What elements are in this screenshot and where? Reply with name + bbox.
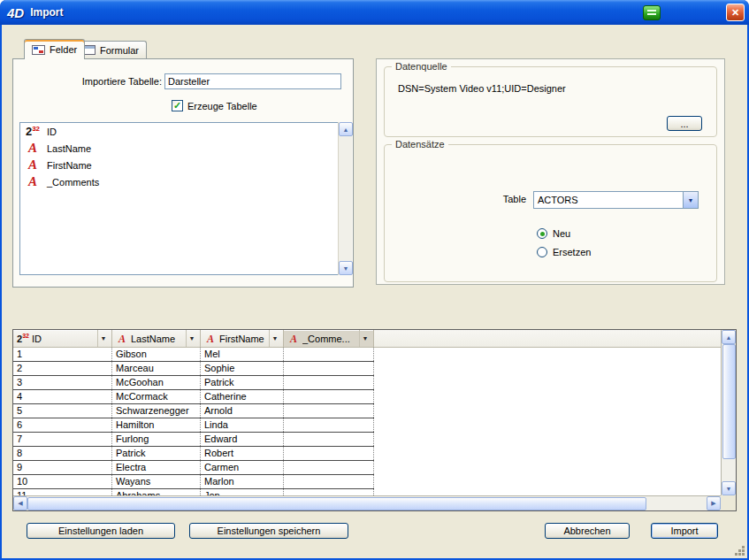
grid-row[interactable]: 8PatrickRobert — [13, 447, 374, 461]
grid-row[interactable]: 6HamiltonLinda — [13, 418, 374, 433]
grid-horizontal-scrollbar[interactable] — [13, 495, 721, 510]
save-settings-button[interactable]: Einstellungen speichern — [189, 523, 348, 539]
grid-cell[interactable] — [284, 461, 374, 474]
grid-cell[interactable]: Mel — [201, 348, 284, 361]
grid-row[interactable]: 7FurlongEdward — [13, 433, 374, 447]
field-list-item[interactable]: 232ID — [20, 123, 351, 140]
grid-cell[interactable] — [284, 390, 374, 403]
radio-unselected-icon[interactable] — [537, 247, 547, 257]
cancel-button[interactable]: Abbrechen — [545, 523, 630, 539]
horizontal-scroll-thumb[interactable] — [27, 497, 646, 510]
grid-cell[interactable]: Marceau — [112, 362, 201, 375]
grid-cell[interactable] — [284, 447, 374, 460]
grid-cell[interactable]: 6 — [13, 418, 112, 432]
grid-cell[interactable]: 11 — [13, 489, 112, 495]
scroll-left-arrow-icon[interactable] — [13, 496, 27, 510]
grid-cell[interactable]: 8 — [13, 447, 112, 460]
field-list-item[interactable]: AFirstName — [20, 157, 351, 173]
field-list[interactable]: 232IDALastNameAFirstNameA_Comments — [19, 122, 352, 275]
grid-cell[interactable] — [284, 362, 374, 375]
radio-ersetzen[interactable]: Ersetzen — [537, 247, 591, 257]
grid-row[interactable]: 11AbrahamsJon — [13, 489, 374, 495]
grid-column-header[interactable]: A_Comme... — [284, 330, 374, 348]
column-menu-arrow-icon[interactable] — [269, 330, 280, 347]
tab-felder[interactable]: Felder — [24, 39, 85, 59]
grid-cell[interactable]: 3 — [13, 376, 112, 389]
import-table-input[interactable] — [164, 73, 341, 89]
grid-cell[interactable]: Wayans — [112, 475, 201, 488]
grid-column-header[interactable]: 232ID — [13, 330, 112, 348]
create-table-checkbox[interactable] — [172, 100, 183, 111]
field-list-item[interactable]: A_Comments — [20, 173, 351, 190]
grid-row[interactable]: 2MarceauSophie — [13, 362, 374, 376]
chevron-down-icon[interactable] — [683, 192, 698, 208]
scroll-right-arrow-icon[interactable] — [707, 496, 721, 510]
grid-cell[interactable] — [284, 433, 374, 446]
grid-cell[interactable]: 5 — [13, 404, 112, 418]
grid-cell[interactable]: Hamilton — [112, 418, 201, 432]
scroll-down-arrow-icon[interactable] — [722, 481, 736, 495]
grid-cell[interactable]: Sophie — [201, 362, 284, 375]
grid-cell[interactable] — [284, 348, 374, 361]
grid-cell[interactable]: Carmen — [201, 461, 284, 474]
grid-column-header[interactable]: AFirstName — [201, 330, 284, 348]
browse-button[interactable]: ... — [667, 116, 702, 131]
grid-cell[interactable] — [284, 475, 374, 488]
grid-cell[interactable]: 2 — [13, 362, 112, 375]
grid-cell[interactable]: McCormack — [112, 390, 201, 403]
scroll-down-arrow-icon[interactable] — [339, 261, 353, 275]
grid-cell[interactable]: 9 — [13, 461, 112, 474]
grid-row[interactable]: 5SchwarzeneggerArnold — [13, 404, 374, 418]
grid-cell[interactable]: Robert — [201, 447, 284, 460]
load-settings-button[interactable]: Einstellungen laden — [27, 523, 175, 539]
vertical-scroll-thumb[interactable] — [722, 344, 736, 459]
grid-row[interactable]: 10WayansMarlon — [13, 475, 374, 489]
grid-cell[interactable]: Patrick — [201, 376, 284, 389]
grid-cell[interactable]: Arnold — [201, 404, 284, 418]
import-button[interactable]: Import — [651, 523, 718, 539]
grid-cell[interactable]: McGoohan — [112, 376, 201, 389]
grid-cell[interactable]: 4 — [13, 390, 112, 403]
grid-row[interactable]: 3McGoohanPatrick — [13, 376, 374, 390]
grid-cell[interactable]: Catherine — [201, 390, 284, 403]
scroll-up-arrow-icon[interactable] — [339, 122, 353, 136]
table-combobox[interactable]: ACTORS — [533, 191, 699, 209]
grid-cell[interactable]: 10 — [13, 475, 112, 488]
grid-row[interactable]: 4McCormackCatherine — [13, 390, 374, 404]
grid-column-header[interactable]: ALastName — [112, 330, 201, 348]
close-button[interactable] — [726, 4, 745, 21]
radio-neu[interactable]: Neu — [537, 228, 570, 239]
grid-cell[interactable]: Edward — [201, 433, 284, 446]
grid-cell[interactable]: Abrahams — [112, 489, 201, 495]
column-menu-arrow-icon[interactable] — [359, 330, 371, 347]
grid-cell[interactable]: Linda — [201, 418, 284, 432]
field-list-item[interactable]: ALastName — [20, 140, 351, 157]
grid-cell[interactable] — [284, 489, 374, 495]
grid-cell[interactable]: Furlong — [112, 433, 201, 446]
grid-cell[interactable]: 1 — [13, 348, 112, 361]
scroll-track[interactable] — [722, 459, 736, 481]
grid-cell[interactable] — [284, 404, 374, 418]
column-menu-arrow-icon[interactable] — [186, 330, 197, 347]
field-list-scrollbar[interactable] — [338, 122, 352, 275]
grid-row[interactable]: 9ElectraCarmen — [13, 461, 374, 475]
grid-cell[interactable] — [284, 376, 374, 389]
scroll-track[interactable] — [646, 496, 707, 510]
tab-formular[interactable]: Formular — [76, 41, 147, 58]
grid-cell[interactable]: Gibson — [112, 348, 201, 361]
grid-cell[interactable]: Schwarzenegger — [112, 404, 201, 418]
grid-cell[interactable] — [284, 418, 374, 432]
grid-cell[interactable]: Marlon — [201, 475, 284, 488]
radio-selected-icon[interactable] — [537, 228, 547, 239]
scroll-up-arrow-icon[interactable] — [722, 330, 736, 344]
printer-icon[interactable] — [643, 5, 661, 20]
resize-grip[interactable] — [734, 545, 745, 556]
grid-cell[interactable]: Jon — [201, 489, 284, 495]
column-menu-arrow-icon[interactable] — [97, 330, 109, 347]
grid-cell[interactable]: 7 — [13, 433, 112, 446]
grid-cell[interactable]: Electra — [112, 461, 201, 474]
grid-row[interactable]: 1GibsonMel — [13, 348, 374, 362]
grid-cell[interactable]: Patrick — [112, 447, 201, 460]
grid-vertical-scrollbar[interactable] — [721, 330, 736, 495]
titlebar[interactable]: 4D Import — [0, 0, 749, 25]
